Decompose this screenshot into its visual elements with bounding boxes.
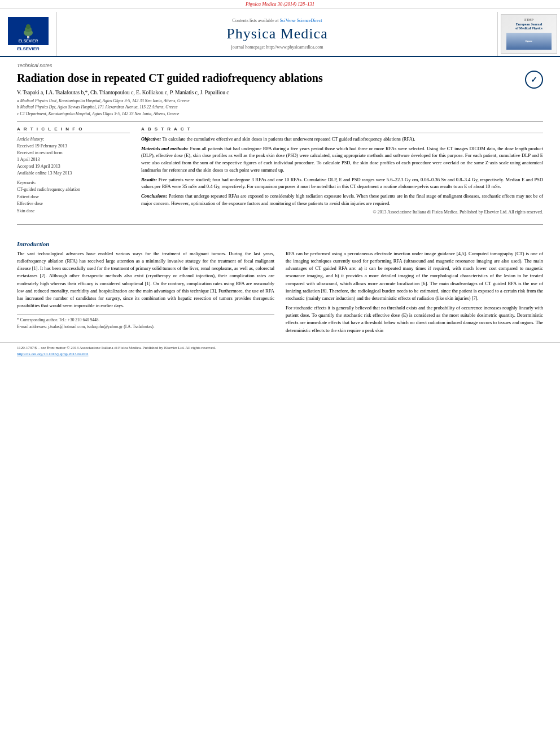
secondary-logo: FJMP European Journal of Medical Physics… [501,14,557,54]
email-values: j.tsalas@hotmail.com, tsalasjohn@yahoo.g… [48,324,155,329]
history-item-4: Available online 13 May 2013 [17,170,130,177]
objective-text: To calculate the cumulative effective an… [162,136,415,142]
body-col-right: RFA can be performed using a percutaneou… [286,250,543,337]
journal-title-area: Contents lists available at SciVerse Sci… [56,12,498,56]
body-col-left: The vast technological advances have ena… [17,250,274,337]
divider-2 [17,224,543,225]
secondary-logo-text: FJMP European Journal of Medical Physics… [506,18,552,50]
affiliation-c: c CT Department, Konstantopolio Hospital… [17,111,543,117]
elsevier-tree-icon [17,23,40,40]
elsevier-logo-image [8,17,49,45]
materials-text: From all patients that had undergone RFA… [141,146,543,173]
sciverse-line: Contents lists available at SciVerse Sci… [233,18,322,23]
article-info-heading: A R T I C L E I N F O [17,126,130,133]
title-crossmark-wrap: Radiation dose in repeated CT guided rad… [17,71,543,90]
publisher-logo-area: ELSEVIER [0,12,56,56]
materials-label: Materials and methods: [141,146,189,151]
keywords-label: Keywords: [17,180,130,185]
history-item-0: Received 19 February 2013 [17,143,130,150]
sciverse-link[interactable]: SciVerse ScienceDirect [280,18,322,23]
abstract-results: Results: Five patients were studied; fou… [141,176,543,191]
elsevier-logo: ELSEVIER [8,17,49,51]
objective-label: Objective: [141,136,161,142]
keyword-0: CT-guided radiofrequency ablation [17,186,130,194]
crossmark-icon[interactable]: ✓ [525,71,543,89]
body-columns: The vast technological advances have ena… [17,250,543,337]
article-title: Radiation dose in repeated CT guided rad… [17,71,519,85]
elsevier-text: ELSEVIER [17,46,40,51]
bottom-bar: 1120-1797/$ – see front matter © 2013 As… [0,342,560,360]
doi-line: http://dx.doi.org/10.1016/j.ejmp.2013.04… [17,351,543,357]
abstract-conclusions: Conclusions: Patients that undergo repea… [141,193,543,207]
results-label: Results: [141,177,157,182]
citation-bar: Physica Medica 30 (2014) 128–131 [0,0,560,8]
title-block: Radiation dose in repeated CT guided rad… [17,71,519,90]
conclusions-text: Patients that undergo repeated RFAs are … [141,193,543,206]
doi-link[interactable]: http://dx.doi.org/10.1016/j.ejmp.2013.04… [17,352,88,356]
journal-title: Physica Medica [226,25,327,42]
abstract-objective: Objective: To calculate the cumulative e… [141,136,543,143]
authors-line: V. Tsapaki a, I.A. Tsalafoutas b,*, Ch. … [17,90,543,95]
keyword-1: Patient dose [17,194,130,201]
footnote-area: * Corresponding author. Tel.: +30 210 64… [17,314,274,330]
history-label: Article history: [17,137,130,142]
citation-text: Physica Medica 30 (2014) 128–131 [246,1,314,7]
info-abstract-columns: A R T I C L E I N F O Article history: R… [17,126,543,220]
history-item-3: Accepted 19 April 2013 [17,163,130,170]
abstract-col: A B S T R A C T Objective: To calculate … [141,126,543,220]
body-right-para1: RFA can be performed using a percutaneou… [286,250,543,302]
intro-heading: Introduction [17,241,543,247]
keyword-3: Skin dose [17,208,130,215]
svg-point-3 [26,24,30,29]
body-right-para2: For stochastic effects it is generally b… [286,304,543,334]
main-body: Introduction The vast technological adva… [0,241,560,337]
article-area: Technical notes Radiation dose in repeat… [0,57,560,235]
sciverse-label: Contents lists available at [233,18,279,23]
history-item-1: Received in revised form [17,150,130,156]
email-label: E-mail addresses: [17,324,47,329]
section-label: Technical notes [17,63,543,68]
journal-header: ELSEVIER Contents lists available at Sci… [0,8,560,57]
affiliations: a Medical Physics Unit, Konstantopolio H… [17,98,543,117]
copyright-line: © 2013 Associazione Italiana di Fisica M… [141,209,543,215]
divider-1 [17,121,543,122]
email-footnote: E-mail addresses: j.tsalas@hotmail.com, … [17,324,274,330]
abstract-heading: A B S T R A C T [141,126,543,133]
results-text: Five patients were studied; four had und… [141,177,543,190]
journal-homepage: journal homepage: http://www.physicamedi… [231,45,323,50]
issn-line: 1120-1797/$ – see front matter © 2013 As… [17,345,543,351]
affiliation-a: a Medical Physics Unit, Konstantopolio H… [17,98,543,104]
conclusions-label: Conclusions: [141,193,167,199]
history-item-2: 1 April 2013 [17,156,130,163]
corresponding-footnote: * Corresponding author. Tel.: +30 210 64… [17,317,274,323]
affiliation-b: b Medical Physics Dpt, Agios Savvas Hosp… [17,104,543,110]
abstract-materials: Materials and methods: From all patients… [141,145,543,174]
secondary-logo-area: FJMP European Journal of Medical Physics… [498,12,560,56]
keyword-2: Effective dose [17,200,130,208]
body-left-para1: The vast technological advances have ena… [17,250,274,309]
article-info-col: A R T I C L E I N F O Article history: R… [17,126,130,215]
